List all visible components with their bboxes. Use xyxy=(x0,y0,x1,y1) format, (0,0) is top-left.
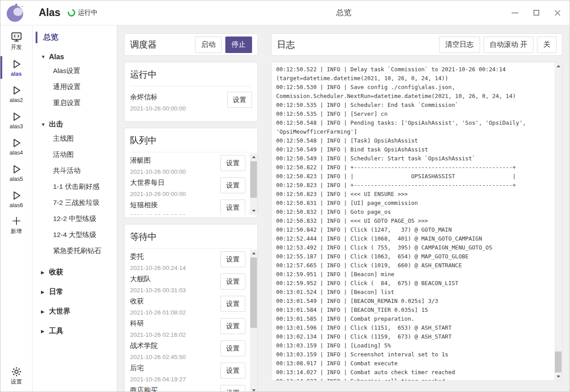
sidebar-item[interactable]: 紧急委托刷钻石 xyxy=(33,243,117,259)
scroll-up-icon[interactable] xyxy=(250,249,257,257)
sidebar-group[interactable]: ▶ 工具 xyxy=(33,325,117,337)
sidebar-group[interactable]: ▼ Alas xyxy=(33,51,117,63)
log-panel[interactable]: 00:12:50.522 | INFO | Delay task `Commis… xyxy=(271,62,562,381)
iconbar-item-alas2[interactable]: alas2 xyxy=(0,81,32,107)
task-setting-button[interactable]: 设置 xyxy=(220,385,245,392)
task-setting-button[interactable]: 设置 xyxy=(227,92,252,108)
iconbar-item-alas[interactable]: alas xyxy=(0,54,32,81)
close-button[interactable] xyxy=(554,9,562,17)
sidebar-group[interactable]: ▶ 收获 xyxy=(33,266,117,278)
autoscroll-on-button[interactable]: 自动滚动 开 xyxy=(484,37,533,53)
task-setting-button[interactable]: 设置 xyxy=(220,296,245,312)
log-scrollbar[interactable] xyxy=(554,62,562,380)
chevron-icon: ▼ xyxy=(41,122,46,127)
task-row: 潜艇图 2021-10-26 00:00:00 设置 xyxy=(130,153,257,176)
iconbar-item-label: alas2 xyxy=(10,97,23,103)
iconbar-item-alas5[interactable]: alas5 xyxy=(0,159,32,186)
task-row: 大舰队 2021-10-26 00:31:03 设置 xyxy=(130,272,257,294)
chevron-icon: ▶ xyxy=(41,329,46,334)
scroll-down-icon[interactable] xyxy=(250,387,257,392)
queued-scrollbar[interactable] xyxy=(250,153,257,215)
sidebar-item[interactable]: 主线图 xyxy=(33,131,117,147)
task-row: 收获 2021-10-26 01:08:02 设置 xyxy=(130,294,257,316)
stop-button[interactable]: 停止 xyxy=(225,37,252,53)
iconbar-item-dev[interactable]: 开发 xyxy=(0,28,32,54)
task-setting-button[interactable]: 设置 xyxy=(220,155,245,171)
start-button[interactable]: 启动 xyxy=(195,37,222,53)
minimize-icon xyxy=(512,12,518,13)
queued-card: 队列中 潜艇图 2021-10-26 00:00:00 设置 大世界每日 202… xyxy=(124,128,258,218)
chevron-icon: ▶ xyxy=(41,270,46,275)
running-card: 运行中 余烬信标 2021-10-26 00:00:00 设置 xyxy=(124,62,258,122)
sidebar-item[interactable]: 12-4 大型练级 xyxy=(33,227,117,243)
log-title: 日志 xyxy=(277,39,295,51)
task-setting-button[interactable]: 设置 xyxy=(220,274,245,290)
task-row: 余烬信标 2021-10-26 00:00:00 设置 xyxy=(130,87,257,116)
iconbar-items: 开发 alas alas2 alas3 alas4 alas5 alas6 新增 xyxy=(0,28,32,238)
scrollbar-thumb[interactable] xyxy=(250,257,257,328)
play-icon xyxy=(11,85,22,96)
clear-log-button[interactable]: 清空日志 xyxy=(439,37,480,53)
task-setting-button[interactable]: 设置 xyxy=(220,177,245,193)
chevron-icon: ▼ xyxy=(41,54,46,59)
task-setting-button[interactable]: 设置 xyxy=(220,200,245,215)
scroll-down-icon[interactable] xyxy=(554,373,562,380)
sidebar-item[interactable]: 共斗活动 xyxy=(33,163,117,179)
page-title: 总览 xyxy=(336,8,351,18)
task-row: 委托 2021-10-26 00:24:14 设置 xyxy=(130,249,257,272)
play-icon xyxy=(11,111,22,122)
sidebar-item[interactable]: 7-2 三战捡垃圾 xyxy=(33,195,117,211)
scrollbar-thumb[interactable] xyxy=(250,161,257,198)
waiting-card: 等待中 委托 2021-10-26 00:24:14 设置 大舰队 2021-1… xyxy=(124,224,258,392)
sidebar-group-label: 大世界 xyxy=(49,307,70,316)
iconbar-item-label: alas6 xyxy=(10,202,23,208)
play-icon xyxy=(11,58,22,70)
instance-rail: 开发 alas alas2 alas3 alas4 alas5 alas6 新增 xyxy=(0,25,33,392)
task-row: 商店购买 设置 xyxy=(130,383,257,392)
iconbar-item-settings[interactable]: 设置 xyxy=(0,363,32,389)
log-text: 00:12:50.522 | INFO | Delay task `Commis… xyxy=(272,62,554,380)
sidebar-item[interactable]: 重启设置 xyxy=(33,95,117,111)
iconbar-item-label: alas3 xyxy=(10,123,23,130)
scroll-down-icon[interactable] xyxy=(250,207,257,215)
task-setting-button[interactable]: 设置 xyxy=(220,340,245,356)
gear-icon xyxy=(11,366,22,377)
sidebar-group[interactable]: ▶ 大世界 xyxy=(33,306,117,318)
play-icon xyxy=(11,137,22,149)
alas-app-window: Alas 运行中 总览 开发 alas alas2 alas xyxy=(0,0,570,392)
scheduler-column: 调度器 启动 停止 运行中 余烬信标 2021-10-26 00:00:00 设… xyxy=(124,33,258,381)
sidebar-group-label: 出击 xyxy=(49,120,63,129)
iconbar-item-alas3[interactable]: alas3 xyxy=(0,107,32,133)
sidebar-group-label: Alas xyxy=(49,53,64,61)
sidebar-item[interactable]: Alas设置 xyxy=(33,63,117,79)
minimize-button[interactable] xyxy=(511,9,519,17)
sidebar-item-overview[interactable]: 总览 xyxy=(36,32,117,43)
sidebar-group[interactable]: ▶ 日常 xyxy=(33,286,117,298)
iconbar-item-alas6[interactable]: alas6 xyxy=(0,186,32,212)
sidebar-item[interactable]: 通用设置 xyxy=(33,79,117,95)
task-row: 短猫相接 2021-10-26 00:00:00 设置 xyxy=(130,198,257,215)
scrollbar-thumb[interactable] xyxy=(555,351,562,372)
sidebar-group-label: 工具 xyxy=(49,327,63,336)
scroll-up-icon[interactable] xyxy=(554,62,562,70)
task-row: 大世界每日 2021-10-26 00:00:00 设置 xyxy=(130,176,257,198)
iconbar-item-add[interactable]: 新增 xyxy=(0,212,32,238)
sidebar-item[interactable]: 1-1 伏击刷好感 xyxy=(33,179,117,195)
task-setting-button[interactable]: 设置 xyxy=(220,251,245,267)
task-setting-button[interactable]: 设置 xyxy=(220,363,245,379)
section-title: 等待中 xyxy=(130,229,257,248)
sidebar-group[interactable]: ▼ 出击 xyxy=(33,118,117,131)
maximize-button[interactable] xyxy=(532,9,540,17)
autoscroll-off-button[interactable]: 关 xyxy=(537,37,557,53)
iconbar-item-alas4[interactable]: alas4 xyxy=(0,133,32,159)
waiting-scrollbar[interactable] xyxy=(250,249,257,392)
code-monitor-icon xyxy=(11,31,22,43)
window-controls xyxy=(511,9,562,17)
alas-logo-icon xyxy=(6,3,25,23)
sidebar-item[interactable]: 12-2 中型练级 xyxy=(33,211,117,227)
sidebar-item[interactable]: 活动图 xyxy=(33,147,117,163)
chevron-icon: ▶ xyxy=(41,309,46,314)
task-setting-button[interactable]: 设置 xyxy=(220,318,245,334)
section-title: 运行中 xyxy=(130,67,257,86)
scroll-up-icon[interactable] xyxy=(250,153,257,161)
